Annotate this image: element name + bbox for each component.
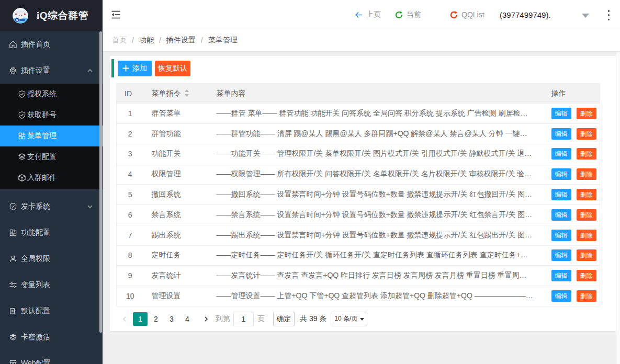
page-3-button[interactable]: 3 [164,312,179,326]
next-page-arrow[interactable] [199,312,213,326]
sidebar-item-card-system[interactable]: 发卡系统 [0,194,103,220]
sidebar-item-label: 变量列表 [21,280,50,290]
sidebar-item-web-config[interactable]: Web配置 [0,350,103,364]
refresh-current-button[interactable]: 当前 [395,0,421,29]
sidebar-item-label: 支付配置 [27,152,57,162]
app-title: iQ综合群管 [37,9,88,22]
sidebar-item-auth-system[interactable]: 授权系统 [0,84,103,105]
cell-content: ——权限管理—— 所有权限开/关 问答权限开/关 名单权限开/关 名片权限开/关… [209,164,544,185]
grid-icon [9,229,17,237]
cell-command: 定时任务 [144,245,209,266]
sidebar-item-function-config[interactable]: 功能配置 [0,220,103,246]
prev-page-button[interactable]: 上页 [355,0,381,29]
total-count: 共 39 条 [300,314,326,324]
breadcrumb-function[interactable]: 功能 [139,36,154,45]
delete-button[interactable]: 删除 [577,189,596,200]
delete-button[interactable]: 删除 [577,249,596,261]
table-row: 3 功能开关 ——功能开关—— 管理权限开/关 菜单权限开/关 图片模式开/关 … [117,144,600,164]
edit-button[interactable]: 编辑 [551,108,571,119]
restore-default-button[interactable]: 恢复默认 [155,61,190,76]
sidebar-item-plugin-home[interactable]: 插件首页 [0,31,103,58]
delete-button[interactable]: 删除 [577,108,596,119]
table-row: 2 群管功能 ——群管功能—— 清屏 踢@某人 踢黑@某人 多群同踢+QQ 解禁… [117,123,600,144]
delete-button[interactable]: 删除 [577,209,596,221]
table-row: 6 禁言系统 ——禁言系统—— 设置禁言时间+分钟 设置号码位数+数量 撤禁违规… [117,204,600,225]
page-size-select[interactable]: 10 条/页 [331,312,367,326]
sidebar-item-label: 插件首页 [21,40,50,49]
edit-button[interactable]: 编辑 [551,270,571,281]
cell-id: 6 [117,204,144,225]
table-row: 10 管理设置 ——管理设置—— 上管+QQ 下管+QQ 查超管列表 添加超管+… [117,286,600,306]
refresh-icon-red [450,11,458,19]
cell-actions: 编辑删除 [544,185,600,205]
delete-button[interactable]: 删除 [577,128,596,140]
shield-icon [9,202,17,211]
sidebar-item-label: 插件设置 [21,66,50,75]
user-icon [9,255,17,263]
app-avatar: N [13,8,28,24]
delete-button[interactable]: 删除 [577,168,596,180]
goto-page-input[interactable] [233,312,254,326]
sidebar-item-label: 卡密激活 [21,333,50,342]
svg-text:N: N [16,18,18,21]
main-area: 上页 当前 QQList (3977499749). 首页 / 功能 / 插件设… [103,0,620,364]
chevron-down-icon [87,203,93,210]
sidebar-item-default-config[interactable]: 默认配置 [0,298,103,324]
delete-button[interactable]: 删除 [577,290,596,302]
breadcrumb-home[interactable]: 首页 [112,36,127,45]
sidebar-item-pay-config[interactable]: 支付配置 [0,146,103,167]
sidebar-item-get-group[interactable]: 获取群号 [0,105,103,126]
confirm-button[interactable]: 确定 [273,312,295,326]
page-4-button[interactable]: 4 [180,312,195,326]
sidebar-collapse-icon[interactable] [111,10,120,19]
qqlist-refresh-button[interactable]: QQList [450,0,484,29]
sidebar-item-variable-list[interactable]: 变量列表 [0,272,103,298]
edit-button[interactable]: 编辑 [551,230,571,241]
cell-id: 10 [117,286,144,306]
dashed-square-icon [9,307,17,315]
cell-content: ——发言统计—— 查发言 查发言+QQ 昨日排行 发言日榜 发言周榜 发言月榜 … [209,266,544,286]
add-button[interactable]: 添加 [118,61,152,76]
cell-id: 8 [117,245,144,266]
dropdown-caret-icon[interactable] [582,14,589,21]
more-menu-icon[interactable] [605,10,612,20]
sidebar-item-menu-manage[interactable]: 菜单管理 [0,126,103,146]
layers-icon [18,153,26,161]
edit-button[interactable]: 编辑 [551,209,571,221]
accent-bar [111,59,114,77]
sidebar-item-global-permission[interactable]: 全局权限 [0,246,103,272]
sidebar-item-card-key-activate[interactable]: 卡密激活 [0,324,103,350]
cell-id: 3 [117,144,144,164]
pagination: 1 2 3 4 到第 页 确定 共 39 条 10 条/页 [116,312,610,326]
edit-button[interactable]: 编辑 [551,189,571,200]
sidebar-item-plugin-settings[interactable]: 插件设置 [0,58,103,84]
page-1-button[interactable]: 1 [133,312,148,326]
edit-button[interactable]: 编辑 [551,249,571,261]
sidebar-item-label: 发卡系统 [21,202,50,211]
col-header-content: 菜单内容 [209,84,544,104]
sidebar-item-join-mail[interactable]: 入群邮件 [0,167,103,188]
sort-icon[interactable] [184,89,189,97]
edit-button[interactable]: 编辑 [551,290,571,302]
account-number[interactable]: (3977499749). [500,0,551,29]
prev-page-arrow[interactable] [117,312,132,326]
cell-content: ——群管功能—— 清屏 踢@某人 踢黑@某人 多群同踢+QQ 解禁@某人 禁言@… [209,123,544,144]
cell-actions: 编辑删除 [544,164,600,185]
page-scrollbar-track[interactable] [616,52,620,364]
page-2-button[interactable]: 2 [149,312,163,326]
cell-content: ——定时任务—— 定时任务开/关 循环任务开/关 查定时任务列表 查循环任务列表… [209,245,544,266]
edit-button[interactable]: 编辑 [551,168,571,180]
arrow-left-icon [355,11,363,19]
delete-button[interactable]: 删除 [577,148,596,160]
delete-button[interactable]: 删除 [577,230,596,241]
edit-button[interactable]: 编辑 [551,148,571,160]
sidebar-scrollbar[interactable] [99,31,102,333]
table-row: 5 撤回系统 ——撤回系统—— 设置禁言时间+分钟 设置号码位数+数量 撤禁违规… [117,185,600,205]
plugin-settings-submenu: 授权系统 获取群号 菜单管理 支付配置 [0,84,103,189]
breadcrumb-plugin-settings[interactable]: 插件设置 [166,36,196,45]
delete-button[interactable]: 删除 [577,270,596,281]
edit-button[interactable]: 编辑 [551,128,571,140]
cell-id: 9 [117,266,144,286]
cell-actions: 编辑删除 [544,123,600,144]
cell-actions: 编辑删除 [544,225,600,245]
